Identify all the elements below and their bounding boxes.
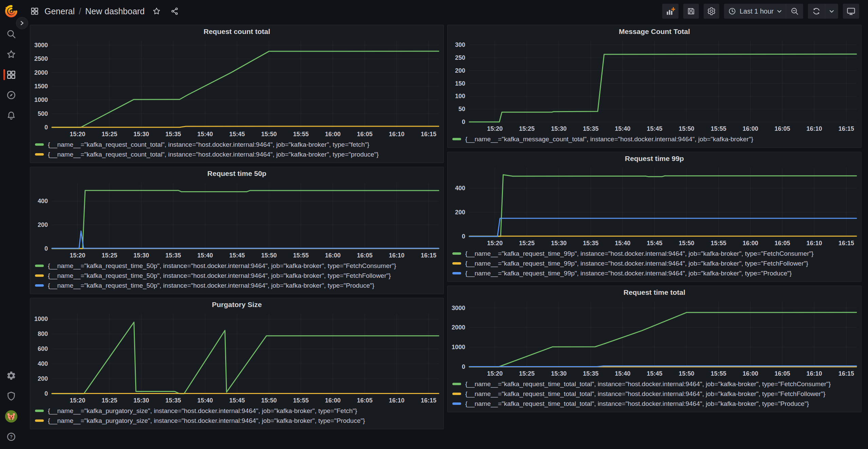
panel-request-time-50p: Request time 50p 020040015:2015:2515:301…: [30, 167, 444, 294]
svg-text:15:55: 15:55: [711, 240, 726, 247]
svg-text:15:40: 15:40: [197, 131, 213, 138]
time-series-chart[interactable]: 05001000150020002500300015:2015:2515:301…: [30, 37, 444, 139]
dashboard-settings-button[interactable]: [704, 4, 719, 19]
refresh-interval-dropdown[interactable]: [825, 4, 838, 19]
legend-item[interactable]: {__name__="kafka_request_time_99p", inst…: [452, 249, 858, 258]
breadcrumb-folder[interactable]: General: [44, 6, 75, 16]
breadcrumb-dashboard-title[interactable]: New dashboard: [85, 6, 145, 16]
sidebar-item-help[interactable]: ?: [0, 427, 22, 447]
panel-legend: {__name__="kafka_message_count_total", i…: [448, 133, 861, 147]
svg-text:15:25: 15:25: [102, 397, 117, 404]
legend-item[interactable]: {__name__="kafka_request_time_total_tota…: [452, 389, 858, 399]
svg-text:15:55: 15:55: [293, 397, 309, 404]
time-series-chart[interactable]: 020040015:2015:2515:3015:3515:4015:4515:…: [30, 179, 444, 260]
legend-label: {__name__="kafka_purgatory_size", instan…: [48, 407, 357, 415]
refresh-icon: [812, 7, 821, 16]
legend-item[interactable]: {__name__="kafka_purgatory_size", instan…: [35, 416, 441, 426]
sidebar-expand-button[interactable]: [16, 17, 28, 29]
panel-title[interactable]: Request time total: [448, 286, 861, 298]
chart-canvas[interactable]: 0200400600800100015:2015:2515:3015:3515:…: [30, 310, 444, 405]
svg-text:0: 0: [44, 390, 48, 397]
panel-title[interactable]: Request time 99p: [448, 152, 861, 164]
legend-item[interactable]: {__name__="kafka_request_time_50p", inst…: [35, 281, 441, 290]
sidebar-item-dashboards[interactable]: [0, 65, 22, 85]
tv-kiosk-button[interactable]: [843, 4, 859, 19]
legend-label: {__name__="kafka_request_time_50p", inst…: [48, 262, 396, 270]
legend-label: {__name__="kafka_request_time_99p", inst…: [465, 260, 808, 267]
chart-canvas[interactable]: 020040015:2015:2515:3015:3515:4015:4515:…: [30, 179, 444, 260]
save-dashboard-button[interactable]: [683, 4, 699, 19]
legend-item[interactable]: {__name__="kafka_purgatory_size", instan…: [35, 406, 441, 416]
sidebar-item-server-admin[interactable]: [0, 386, 22, 406]
legend-label: {__name__="kafka_request_time_99p", inst…: [465, 250, 814, 257]
legend-item[interactable]: {__name__="kafka_request_time_50p", inst…: [35, 271, 441, 281]
chevron-down-icon: [777, 10, 782, 13]
panel-title[interactable]: Message Count Total: [448, 25, 861, 37]
svg-text:16:10: 16:10: [389, 252, 404, 259]
svg-text:15:45: 15:45: [229, 252, 245, 259]
time-series-chart[interactable]: 0200400600800100015:2015:2515:3015:3515:…: [30, 310, 444, 405]
time-series-chart[interactable]: 020040015:2015:2515:3015:3515:4015:4515:…: [448, 164, 861, 248]
legend-item[interactable]: {__name__="kafka_request_time_99p", inst…: [452, 258, 858, 268]
grafana-logo[interactable]: [4, 4, 18, 18]
svg-text:15:25: 15:25: [519, 125, 535, 132]
sidebar-item-starred[interactable]: [0, 44, 22, 65]
svg-text:15:55: 15:55: [711, 125, 726, 132]
zoom-out-time-button[interactable]: [786, 4, 803, 19]
panel-title[interactable]: Purgatory Size: [30, 298, 444, 310]
add-panel-button[interactable]: [662, 4, 679, 19]
panel-purgatory-size: Purgatory Size 0200400600800100015:2015:…: [30, 298, 444, 429]
svg-text:400: 400: [38, 198, 48, 204]
sidebar: ?: [0, 0, 22, 449]
svg-text:16:10: 16:10: [807, 240, 822, 247]
chart-canvas[interactable]: 05001000150020002500300015:2015:2515:301…: [30, 37, 444, 139]
sidebar-item-profile[interactable]: [0, 406, 22, 427]
time-range-picker[interactable]: Last 1 hour: [724, 4, 786, 19]
svg-text:16:15: 16:15: [838, 240, 854, 247]
legend-item[interactable]: {__name__="kafka_message_count_total", i…: [452, 134, 858, 144]
panel-title[interactable]: Request count total: [30, 25, 444, 37]
chart-canvas[interactable]: 020040015:2015:2515:3015:3515:4015:4515:…: [448, 164, 861, 248]
panel-title[interactable]: Request time 50p: [30, 167, 444, 179]
svg-text:2000: 2000: [34, 69, 48, 76]
server-admin-shield-icon: [6, 391, 16, 401]
legend-label: {__name__="kafka_request_count_total", i…: [48, 141, 369, 148]
legend-item[interactable]: {__name__="kafka_request_count_total", i…: [35, 149, 441, 159]
svg-text:200: 200: [455, 209, 465, 216]
svg-text:15:30: 15:30: [551, 125, 566, 132]
chart-canvas[interactable]: 05010015020025030015:2015:2515:3015:3515…: [448, 37, 861, 133]
star-dashboard-button[interactable]: [150, 6, 163, 16]
legend-swatch: [452, 383, 461, 385]
legend-item[interactable]: {__name__="kafka_request_time_50p", inst…: [35, 261, 441, 271]
star-icon: [152, 7, 161, 16]
chevron-down-icon: [829, 10, 834, 13]
svg-text:0: 0: [462, 363, 465, 370]
legend-item[interactable]: {__name__="kafka_request_count_total", i…: [35, 140, 441, 149]
save-dashboard-icon: [687, 7, 695, 16]
time-series-chart[interactable]: 05010015020025030015:2015:2515:3015:3515…: [448, 37, 861, 133]
legend-item[interactable]: {__name__="kafka_request_time_99p", inst…: [452, 268, 858, 278]
svg-text:15:50: 15:50: [679, 240, 694, 247]
sidebar-item-alerting[interactable]: [0, 105, 22, 126]
legend-item[interactable]: {__name__="kafka_request_time_total_tota…: [452, 399, 858, 409]
chart-canvas[interactable]: 010002000300015:2015:2515:3015:3515:4015…: [448, 298, 861, 378]
sidebar-item-settings[interactable]: [0, 365, 22, 386]
sidebar-item-explore[interactable]: [0, 85, 22, 105]
svg-text:16:05: 16:05: [357, 131, 373, 138]
svg-text:15:25: 15:25: [102, 131, 117, 138]
chevron-right-icon: [20, 21, 24, 25]
time-series-chart[interactable]: 010002000300015:2015:2515:3015:3515:4015…: [448, 298, 861, 378]
help-icon: ?: [6, 432, 16, 442]
legend-swatch: [452, 393, 461, 395]
svg-text:15:25: 15:25: [519, 240, 535, 247]
legend-swatch: [35, 265, 44, 267]
svg-text:800: 800: [38, 330, 48, 337]
time-range-label: Last 1 hour: [740, 7, 774, 15]
legend-swatch: [452, 272, 461, 274]
svg-text:15:35: 15:35: [165, 131, 181, 138]
refresh-dashboard-button[interactable]: [808, 4, 825, 19]
share-dashboard-button[interactable]: [168, 6, 181, 16]
legend-item[interactable]: {__name__="kafka_request_time_total_tota…: [452, 379, 858, 389]
svg-text:16:05: 16:05: [357, 397, 373, 404]
svg-text:15:45: 15:45: [647, 125, 662, 132]
